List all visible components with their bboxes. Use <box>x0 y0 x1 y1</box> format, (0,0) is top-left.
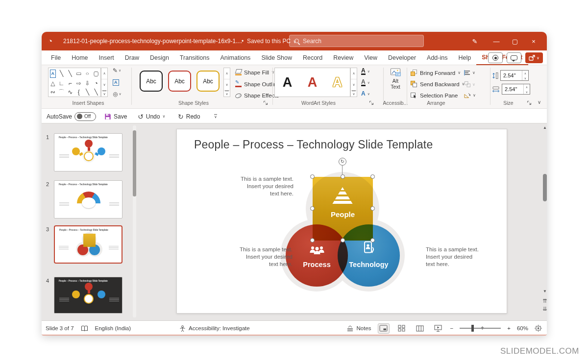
styles-down-icon[interactable]: ∨ <box>224 79 230 91</box>
ribbon-tab[interactable]: Design <box>145 51 174 65</box>
scrollbar-thumb[interactable] <box>543 174 547 201</box>
shape-gallery-item[interactable]: ∿ <box>66 88 74 97</box>
normal-view-button[interactable] <box>378 323 390 334</box>
zoom-in-button[interactable]: + <box>507 325 511 331</box>
gallery-down-icon[interactable]: ∨ <box>101 79 107 91</box>
reading-view-button[interactable] <box>414 323 426 334</box>
shape-gallery-item[interactable]: ∾ <box>49 88 57 97</box>
styles-more-icon[interactable]: ∨ <box>225 91 229 97</box>
shape-gallery-item[interactable]: △ <box>49 79 57 88</box>
shape-gallery-item[interactable]: ∟ <box>57 79 66 88</box>
shape-height-field[interactable]: 2.54" ∧∨ <box>500 70 529 81</box>
alt-text-button[interactable]: Alt Text <box>385 68 406 97</box>
save-button[interactable]: Save <box>104 109 127 123</box>
text-fill-button[interactable]: A∨ <box>361 68 376 75</box>
resize-handle-w[interactable] <box>310 206 315 211</box>
gallery-up-icon[interactable]: ∧ <box>101 68 107 79</box>
slide-canvas[interactable]: People – Process – Technology Slide Temp… <box>176 129 507 314</box>
zoom-slider-thumb[interactable] <box>471 325 474 332</box>
scroll-up-icon[interactable]: ▲ <box>542 125 547 130</box>
zoom-level[interactable]: 60% <box>517 325 528 331</box>
shape-gallery-item[interactable]: ⇨ <box>74 79 83 88</box>
ribbon-tab[interactable]: Record <box>297 51 328 65</box>
notes-button[interactable]: Notes <box>346 325 371 332</box>
ribbon-tab[interactable]: Draw <box>120 51 145 65</box>
shape-width-field[interactable]: 2.54" ∧∨ <box>502 84 530 95</box>
shape-style-preset-black[interactable]: Abc <box>140 71 163 92</box>
spell-check-icon[interactable] <box>81 325 88 332</box>
resize-handle-s[interactable] <box>341 238 345 243</box>
shape-fill-button[interactable]: Shape Fill∨ <box>235 69 274 75</box>
qat-overflow-button[interactable]: ∨ <box>214 109 217 123</box>
collapse-ribbon-icon[interactable]: ∨ <box>538 99 541 105</box>
shape-gallery-item[interactable]: ⇩ <box>83 79 92 88</box>
ribbon-tab[interactable]: Transitions <box>174 51 215 65</box>
styles-up-icon[interactable]: ∧ <box>224 68 230 79</box>
next-slide-icon[interactable]: ⇊ <box>542 306 547 312</box>
resize-handle-e[interactable] <box>370 206 375 211</box>
slide-thumbnail-2[interactable]: People – Process – Technology Slide Temp… <box>54 180 122 218</box>
zoom-slider[interactable] <box>460 328 501 329</box>
shape-styles-dialog-launcher[interactable] <box>263 100 268 105</box>
slideshow-button[interactable] <box>432 323 444 334</box>
ribbon-tab[interactable]: Developer <box>383 51 421 65</box>
rotate-button[interactable]: ∨ <box>464 92 476 98</box>
record-button[interactable] <box>488 52 503 63</box>
edit-shape-button[interactable]: ✎∨ <box>113 67 129 74</box>
autosave-control[interactable]: AutoSave Off <box>47 109 96 123</box>
wordart-down-icon[interactable]: ∨ <box>351 79 357 91</box>
close-button[interactable]: × <box>524 38 543 45</box>
spinner-down-icon[interactable]: ∨ <box>522 75 528 80</box>
resize-handle-ne[interactable] <box>370 174 375 179</box>
minimize-button[interactable]: — <box>487 38 506 45</box>
resize-handle-se[interactable] <box>370 238 375 243</box>
shape-gallery-item[interactable]: A <box>50 70 56 78</box>
sample-text-bottom-left[interactable]: This is a sample text. Insert your desir… <box>240 246 293 268</box>
wordart-up-icon[interactable]: ∧ <box>351 68 357 79</box>
document-title[interactable]: 21812-01-people-process-technology-power… <box>63 38 243 45</box>
ribbon-tab[interactable]: Add-ins <box>421 51 453 65</box>
text-outline-button[interactable]: A∨ <box>361 79 376 86</box>
scrollbar-thumb[interactable] <box>133 130 136 196</box>
shape-gallery-item[interactable]: ⌒ <box>57 88 66 97</box>
wordart-preset-gold[interactable]: A <box>333 75 343 90</box>
shape-gallery-item[interactable]: ╲ <box>66 68 74 79</box>
resize-handle-n[interactable] <box>341 174 345 179</box>
pen-icon[interactable]: ✎ <box>466 38 484 45</box>
maximize-button[interactable]: ▢ <box>506 38 524 45</box>
slide-thumbnail-3-selected[interactable]: People – Process – Technology Slide Temp… <box>54 225 122 264</box>
wordart-dialog-launcher[interactable] <box>369 100 374 105</box>
text-box-button[interactable]: A <box>113 79 129 86</box>
autosave-toggle[interactable]: Off <box>74 112 96 121</box>
merge-shapes-button[interactable]: ◎∨ <box>113 91 129 97</box>
comments-button[interactable] <box>507 52 521 63</box>
size-dialog-launcher[interactable] <box>527 100 532 105</box>
canvas-scrollbar[interactable]: ▲ ▼ ⇈ ⇊ <box>542 123 547 320</box>
shape-gallery-item[interactable]: ╲ <box>83 88 92 97</box>
slide-sorter-view-button[interactable] <box>396 323 408 334</box>
text-effects-button[interactable]: A∨ <box>361 91 376 97</box>
shape-gallery-item[interactable]: ⌐ <box>66 79 74 88</box>
shape-style-preset-gold[interactable]: Abc <box>196 71 220 92</box>
rotate-handle[interactable]: ↻ <box>339 158 346 166</box>
spinner-up-icon[interactable]: ∧ <box>522 71 528 75</box>
ribbon-tab[interactable]: Slide Show <box>256 51 297 65</box>
shape-gallery-item[interactable]: ▢ <box>92 68 100 79</box>
wordart-preset-red[interactable]: A <box>308 75 318 90</box>
selection-pane-button[interactable]: Selection Pane <box>410 92 458 99</box>
accessibility-checker[interactable]: Accessibility: Investigate <box>179 325 250 332</box>
undo-button[interactable]: ↺ Undo ∨ <box>138 109 165 123</box>
resize-handle-sw[interactable] <box>310 238 315 243</box>
shape-style-preset-red[interactable]: Abc <box>168 71 191 92</box>
zoom-out-button[interactable]: − <box>450 325 454 331</box>
ribbon-tab[interactable]: Review <box>328 51 359 65</box>
language-indicator[interactable]: English (India) <box>95 325 131 331</box>
ribbon-tab[interactable]: Help <box>453 51 476 65</box>
spinner-down-icon[interactable]: ∨ <box>524 89 530 94</box>
send-backward-button[interactable]: Send Backward ∨ <box>410 80 465 88</box>
shape-gallery-item[interactable]: ◔ <box>92 79 100 88</box>
resize-handle-nw[interactable] <box>310 174 315 179</box>
slide-indicator[interactable]: Slide 3 of 7 <box>46 325 74 331</box>
thumbnail-scrollbar[interactable] <box>133 125 136 317</box>
save-status[interactable]: • Saved to this PC∨ <box>242 38 296 45</box>
